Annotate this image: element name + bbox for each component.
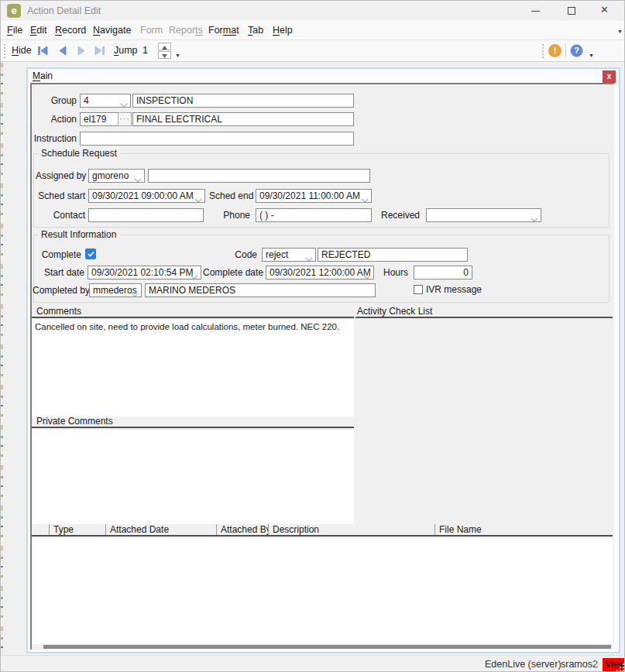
- phone-field[interactable]: ( ) -: [256, 208, 372, 222]
- completed-by-combobox[interactable]: mmederos: [89, 283, 142, 297]
- menubar-overflow-icon[interactable]: ▼: [617, 29, 623, 34]
- activity-check-list-header: Activity Check List: [355, 307, 613, 318]
- column-header-attached-by[interactable]: Attached By: [216, 524, 268, 535]
- app-icon: e: [7, 4, 21, 18]
- warning-icon[interactable]: !: [548, 44, 561, 57]
- complete-label: Complete: [36, 248, 81, 262]
- menu-navigate[interactable]: Navigate: [93, 21, 131, 40]
- column-header-type[interactable]: Type: [49, 524, 105, 535]
- schedule-request-group: Schedule Request Assigned by gmoreno Sch…: [33, 153, 610, 228]
- column-header-description[interactable]: Description: [268, 524, 434, 535]
- previous-record-icon[interactable]: [58, 46, 67, 58]
- code-combobox[interactable]: reject: [262, 248, 316, 262]
- phone-label: Phone: [209, 208, 250, 222]
- contact-label: Contact: [36, 208, 85, 222]
- jump-overflow-icon[interactable]: ▼: [175, 53, 180, 58]
- result-information-title: Result Information: [38, 229, 119, 240]
- horizontal-scrollbar[interactable]: [43, 645, 611, 649]
- group-combobox[interactable]: 4: [80, 94, 131, 108]
- private-comments-textarea[interactable]: [32, 430, 354, 524]
- contact-field[interactable]: [88, 208, 204, 222]
- maximize-button[interactable]: [554, 1, 589, 21]
- chevron-down-icon: [120, 99, 128, 108]
- panel-close-button[interactable]: x: [603, 70, 616, 83]
- menu-bar: File Edit Record Navigate Form Reports F…: [1, 21, 625, 40]
- menu-reports: Reports: [169, 21, 203, 40]
- complete-checkbox[interactable]: [85, 249, 96, 259]
- jump-spinner: [158, 43, 171, 59]
- code-label: Code: [225, 248, 257, 262]
- toolbar-grip[interactable]: [4, 44, 5, 58]
- assigned-by-combobox[interactable]: gmoreno: [88, 169, 145, 183]
- tab-main[interactable]: Main: [33, 70, 53, 81]
- next-record-icon: [77, 46, 86, 58]
- attachments-table-body[interactable]: [32, 538, 613, 644]
- action-description-field[interactable]: FINAL ELECTRICAL: [132, 112, 354, 126]
- app-window: e Action Detail Edit ✕ File Edit Record …: [0, 0, 625, 672]
- check-icon: [88, 251, 94, 257]
- menu-tab[interactable]: Tab: [248, 21, 263, 40]
- jump-value[interactable]: 1: [143, 40, 148, 61]
- ivr-message-checkbox[interactable]: [414, 285, 423, 294]
- sched-start-label: Sched start: [36, 189, 85, 203]
- chevron-down-icon: [363, 271, 371, 279]
- jump-label[interactable]: Jump: [114, 40, 138, 61]
- instruction-field[interactable]: [80, 132, 354, 146]
- received-label: Received: [375, 208, 420, 222]
- statusbar-separator: [596, 658, 596, 670]
- background-window-sliver: [1, 63, 3, 656]
- column-header-blank[interactable]: [32, 524, 49, 535]
- action-code-field[interactable]: el179: [80, 112, 118, 126]
- hours-field[interactable]: 0: [414, 266, 472, 279]
- panel-close-icon: x: [607, 72, 612, 81]
- resize-grip-icon[interactable]: [616, 663, 624, 671]
- hide-button[interactable]: Hide: [12, 40, 32, 61]
- instruction-label: Instruction: [29, 132, 77, 146]
- chevron-down-icon: [531, 214, 538, 222]
- chevron-down-icon: [305, 253, 313, 262]
- assigned-by-label: Assigned by: [36, 169, 85, 183]
- ivr-message-label: IVR message: [426, 283, 482, 296]
- window-title: Action Detail Edit: [27, 5, 101, 16]
- minimize-icon: [531, 11, 540, 12]
- last-record-icon: [94, 46, 105, 58]
- help-icon[interactable]: ?: [570, 44, 583, 57]
- complete-date-label: Complete date: [203, 266, 263, 279]
- menu-record[interactable]: Record: [55, 21, 86, 40]
- close-icon: ✕: [600, 4, 609, 15]
- chevron-down-icon: [361, 194, 369, 203]
- statusbar-separator: [554, 658, 555, 670]
- maximize-icon: [568, 7, 575, 15]
- code-description-field[interactable]: REJECTED: [318, 248, 468, 262]
- close-button[interactable]: ✕: [589, 1, 625, 21]
- attachments-table-header: Type Attached Date Attached By Descripti…: [32, 524, 613, 537]
- comments-textarea[interactable]: Cancelled on site, need to provide load …: [32, 320, 354, 417]
- group-description-field[interactable]: INSPECTION: [132, 94, 354, 108]
- complete-date-combobox[interactable]: 09/30/2021 12:00:00 AM: [266, 266, 374, 279]
- sched-start-combobox[interactable]: 09/30/2021 09:00:00 AM: [88, 189, 205, 203]
- help-overflow-icon[interactable]: ▼: [589, 53, 594, 58]
- minimize-button[interactable]: [517, 1, 553, 21]
- menu-format[interactable]: Format: [208, 21, 239, 40]
- action-browse-button[interactable]: ···: [118, 112, 132, 126]
- toolbar-right-grip[interactable]: [542, 44, 544, 58]
- completed-by-description-field[interactable]: MARINO MEDEROS: [145, 283, 376, 297]
- sched-end-combobox[interactable]: 09/30/2021 11:00:00 AM: [256, 189, 372, 203]
- first-record-icon[interactable]: [37, 46, 48, 58]
- start-date-combobox[interactable]: 09/30/2021 02:10:54 PM: [88, 266, 201, 279]
- menu-help[interactable]: Help: [273, 21, 293, 40]
- hours-label: Hours: [381, 266, 408, 279]
- menu-edit[interactable]: Edit: [30, 21, 47, 40]
- spinner-up-button[interactable]: [158, 43, 171, 50]
- menu-form: Form: [140, 21, 163, 40]
- menu-file[interactable]: File: [7, 21, 22, 40]
- chevron-down-icon: [194, 194, 202, 203]
- column-header-attached-date[interactable]: Attached Date: [105, 524, 216, 535]
- assigned-by-description-field[interactable]: [148, 169, 370, 183]
- received-combobox[interactable]: [426, 208, 541, 222]
- column-header-file-name[interactable]: File Name: [434, 524, 613, 535]
- chevron-down-icon: [131, 289, 139, 297]
- spinner-down-button[interactable]: [158, 51, 171, 59]
- chevron-down-icon: [134, 174, 142, 183]
- start-date-label: Start date: [36, 266, 84, 279]
